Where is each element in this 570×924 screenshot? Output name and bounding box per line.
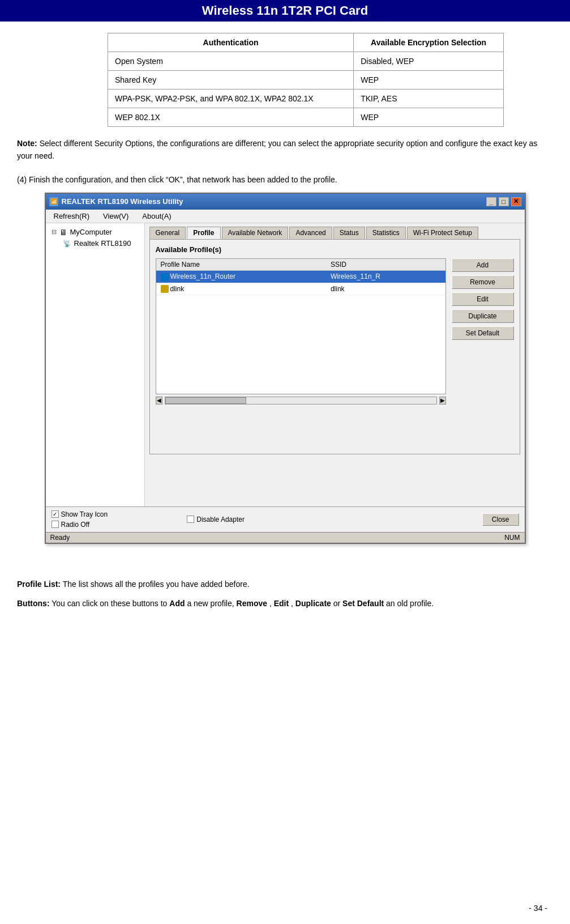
profile-ssid-cell: dlink <box>326 283 445 295</box>
tree-root-label: MyComputer <box>70 228 112 236</box>
page-title: Wireless 11n 1T2R PCI Card <box>202 3 368 18</box>
computer-icon: 🖥 <box>59 228 68 237</box>
btn-edit-suffix: , <box>291 599 295 608</box>
profile-list-desc: The list shows all the profiles you have… <box>63 580 250 589</box>
content-row: Profile Name SSID Wireless_11n_RouterWir… <box>156 258 514 404</box>
auth-cell: Shared Key <box>108 71 354 90</box>
bottom-content: Profile List: The list shows all the pro… <box>0 567 570 628</box>
profile-name-cell: Wireless_11n_Router <box>156 270 326 283</box>
app-title: REALTEK RTL8190 Wireless Utility <box>62 197 183 206</box>
checkbox-label: Show Tray Icon <box>61 510 108 518</box>
btn-remove-suffix: , <box>269 599 274 608</box>
step4-text: (4) Finish the configuration, and then c… <box>17 174 553 186</box>
status-right: NUM <box>504 534 520 542</box>
btn-duplicate: Duplicate <box>295 599 331 608</box>
tab-status[interactable]: Status <box>333 227 365 239</box>
enc-cell: TKIP, AES <box>354 90 504 108</box>
status-left: Ready <box>50 534 70 542</box>
window-close-button[interactable]: ✕ <box>511 197 521 206</box>
profile-table-wrapper: Profile Name SSID Wireless_11n_RouterWir… <box>156 258 446 394</box>
btn-duplicate[interactable]: Duplicate <box>452 309 514 323</box>
menu-view[interactable]: View(V) <box>100 211 132 222</box>
auth-col-header: Authentication <box>108 33 354 52</box>
btn-edit[interactable]: Edit <box>452 292 514 306</box>
title-bar-left: 📶 REALTEK RTL8190 Wireless Utility <box>49 197 183 206</box>
table-row: Shared KeyWEP <box>108 71 504 90</box>
minimize-button[interactable]: _ <box>486 197 496 206</box>
btn-add[interactable]: Add <box>452 258 514 272</box>
checkbox-box[interactable] <box>52 510 59 518</box>
checkbox-show-tray-icon[interactable]: Show Tray Icon <box>52 510 108 518</box>
checkbox-group: Show Tray IconRadio Off <box>52 510 108 529</box>
profile-list-title: Profile List: <box>17 580 61 589</box>
buttons-title: Buttons: <box>17 599 50 608</box>
btn-dup-suffix: or <box>333 599 342 608</box>
btn-add-suffix: a new profile, <box>187 599 236 608</box>
enc-cell: Disabled, WEP <box>354 52 504 71</box>
profile-row[interactable]: Wireless_11n_RouterWireless_11n_R <box>156 270 445 283</box>
buttons-intro: You can click on these buttons to <box>52 599 169 608</box>
btn-remove[interactable]: Remove <box>452 275 514 289</box>
scroll-left-btn[interactable]: ◀ <box>156 397 162 404</box>
tree-root[interactable]: ⊟ 🖥 MyComputer <box>49 227 141 238</box>
checkbox-label: Radio Off <box>61 521 89 529</box>
enc-cell: WEP <box>354 108 504 127</box>
tab-content: Available Profile(s) Profile Name SSID <box>149 239 520 454</box>
tree-child[interactable]: 📡 Realtek RTL8190 <box>49 238 141 249</box>
auth-cell: WPA-PSK, WPA2-PSK, and WPA 802.1X, WPA2 … <box>108 90 354 108</box>
btn-set-default: Set Default <box>342 599 384 608</box>
auth-table: Authentication Available Encryption Sele… <box>108 33 504 127</box>
close-app-button[interactable]: Close <box>482 513 519 526</box>
profile-row-icon <box>161 273 169 281</box>
scroll-right-btn[interactable]: ▶ <box>439 397 446 404</box>
title-bar-controls[interactable]: _ □ ✕ <box>486 197 521 206</box>
btn-set-default[interactable]: Set Default <box>452 326 514 340</box>
table-row: Open SystemDisabled, WEP <box>108 52 504 71</box>
btn-edit: Edit <box>274 599 289 608</box>
tree-child-label: Realtek RTL8190 <box>74 239 131 248</box>
profile-table: Profile Name SSID Wireless_11n_RouterWir… <box>156 259 445 296</box>
checkbox-box[interactable] <box>187 516 194 523</box>
tab-statistics[interactable]: Statistics <box>366 227 406 239</box>
list-section: Profile Name SSID Wireless_11n_RouterWir… <box>156 258 446 404</box>
scroll-thumb[interactable] <box>165 397 247 404</box>
profile-section-label: Available Profile(s) <box>156 245 514 254</box>
profile-list-para: Profile List: The list shows all the pro… <box>17 578 553 591</box>
tree-scrollbar[interactable] <box>0 848 99 856</box>
tab-bar: GeneralProfileAvailable NetworkAdvancedS… <box>149 227 520 239</box>
menu-about[interactable]: About(A) <box>139 211 174 222</box>
auth-cell: Open System <box>108 52 354 71</box>
menu-refresh[interactable]: Refresh(R) <box>50 211 93 222</box>
app-bottom-bar: Show Tray IconRadio OffDisable AdapterCl… <box>46 506 525 532</box>
profile-scrollbar[interactable]: ◀ ▶ <box>156 397 446 404</box>
profile-col-name: Profile Name <box>156 259 326 271</box>
auth-table-wrapper: Authentication Available Encryption Sele… <box>17 33 553 127</box>
profile-row[interactable]: dlinkdlink <box>156 283 445 295</box>
auth-cell: WEP 802.1X <box>108 108 354 127</box>
profile-name-cell: dlink <box>156 283 326 295</box>
tab-general[interactable]: General <box>149 227 186 239</box>
status-bar: Ready NUM <box>46 532 525 543</box>
tab-wi-fi-protect-setup[interactable]: Wi-Fi Protect Setup <box>407 227 478 239</box>
network-icon: 📡 <box>63 239 72 248</box>
btn-setdefault-suffix: an old profile. <box>386 599 434 608</box>
table-row: WEP 802.1XWEP <box>108 108 504 127</box>
tree-expander: ⊟ <box>52 228 57 236</box>
maximize-button[interactable]: □ <box>499 197 509 206</box>
profile-ssid-cell: Wireless_11n_R <box>326 270 445 283</box>
checkbox-radio-off[interactable]: Radio Off <box>52 521 108 529</box>
right-panel: GeneralProfileAvailable NetworkAdvancedS… <box>145 223 525 506</box>
checkbox-box[interactable] <box>52 521 59 528</box>
tab-advanced[interactable]: Advanced <box>289 227 332 239</box>
table-row: WPA-PSK, WPA2-PSK, and WPA 802.1X, WPA2 … <box>108 90 504 108</box>
note-paragraph: Note: Select different Security Options,… <box>17 137 553 163</box>
checkbox-disable-adapter[interactable]: Disable Adapter <box>187 516 245 523</box>
note-label: Note: <box>17 139 37 148</box>
tab-profile[interactable]: Profile <box>187 227 220 239</box>
scroll-track[interactable] <box>165 397 437 404</box>
tree-panel: ⊟ 🖥 MyComputer 📡 Realtek RTL8190 <box>46 223 145 506</box>
app-window: 📶 REALTEK RTL8190 Wireless Utility _ □ ✕… <box>45 193 526 544</box>
tab-available-network[interactable]: Available Network <box>222 227 289 239</box>
menu-bar: Refresh(R) View(V) About(A) <box>46 210 525 223</box>
checkbox-label: Disable Adapter <box>196 516 245 523</box>
